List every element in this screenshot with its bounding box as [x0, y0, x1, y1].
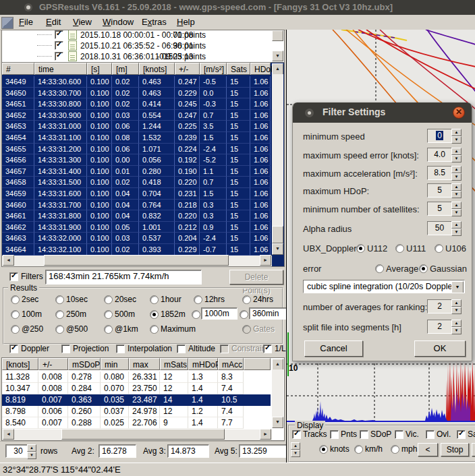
projection-checkbox[interactable]	[61, 345, 70, 353]
table-row[interactable]: 3465714:33:31.4000.1000.010.2800.1901.11…	[2, 166, 271, 177]
radio-u112[interactable]	[356, 244, 365, 253]
table-row[interactable]: 3466414:33:32.1000.1000.020.3930.229-0.7…	[2, 244, 271, 256]
column-header[interactable]: +/-	[38, 358, 68, 370]
radio-gaussian[interactable]	[419, 264, 428, 273]
column-header[interactable]: mSDoP	[68, 358, 101, 370]
table-row[interactable]: 8.7980.0060.2600.03724.978121.27.4	[2, 406, 271, 417]
max-acceleration-spinner[interactable]: ▲▼	[451, 166, 462, 180]
max-hdop-spinner[interactable]: ▲▼	[451, 183, 462, 198]
prev-button[interactable]: <	[418, 443, 438, 456]
column-header[interactable]: mAcc	[218, 358, 244, 370]
integration-dropdown[interactable]: cubic spline integration (10/20s Doppler…	[303, 280, 465, 293]
table-row[interactable]: 3465214:33:30.9000.1000.030.5540.2470.71…	[2, 110, 271, 121]
table-row[interactable]: 3466214:33:31.9000.1000.051.0010.2120.91…	[2, 222, 271, 233]
table-row[interactable]: 3465614:33:31.3000.1000.000.0560.192-5.2…	[2, 154, 271, 166]
menu-help[interactable]: Help	[173, 16, 199, 28]
chevron-down-icon[interactable]: ▼	[451, 281, 464, 293]
table-row[interactable]: 3465014:33:30.7000.1000.020.4630.2290.01…	[2, 88, 271, 99]
radio-at250[interactable]	[11, 325, 20, 334]
speed-chart[interactable]: 10	[287, 359, 475, 423]
column-header[interactable]: [knots]	[2, 358, 38, 370]
minimum-speed-input[interactable]: 0	[427, 129, 452, 143]
scroll-right-button[interactable]: ►	[260, 429, 271, 440]
column-header[interactable]: mSats	[160, 358, 188, 370]
column-header[interactable]: +/-	[175, 63, 200, 75]
scrollbar-thumb[interactable]	[44, 255, 229, 266]
interpolation-checkbox[interactable]	[116, 345, 125, 353]
table-row[interactable]: 3465114:33:30.8000.1000.020.4140.245-0.3…	[2, 98, 271, 110]
radio-12hrs[interactable]	[194, 295, 202, 304]
radio-2sec[interactable]	[11, 295, 20, 304]
table-row[interactable]: 3465814:33:31.5000.1000.020.4180.2200.71…	[2, 177, 271, 188]
radio-u106[interactable]	[435, 244, 443, 253]
column-header[interactable]: #	[2, 63, 34, 75]
table-row[interactable]: 8.8190.0070.3630.03523.487141.410.5	[2, 394, 271, 406]
table-row[interactable]: 3465414:33:31.1000.1000.081.5320.2391.51…	[2, 132, 271, 144]
max-hdop-input[interactable]: 5	[427, 183, 452, 198]
table-row[interactable]: 3466114:33:31.8000.1000.040.8320.2200.31…	[2, 210, 271, 222]
scrollbar-thumb[interactable]	[272, 226, 283, 243]
dialog-title-bar[interactable]: Filter Settings ✕	[293, 102, 472, 123]
cancel-button[interactable]: Cancel	[304, 340, 363, 357]
radio-maximum[interactable]	[150, 325, 159, 334]
radio-24hrs[interactable]	[242, 295, 251, 304]
track-checkbox[interactable]	[55, 52, 63, 61]
sats-checkbox[interactable]	[457, 430, 466, 439]
table-row[interactable]: 10.3470.0080.2840.07023.750121.47.4	[2, 383, 271, 394]
menu-extras[interactable]: Extras	[138, 16, 171, 28]
radio-at1km[interactable]	[104, 325, 113, 334]
rows-count-spinner[interactable]: ▲▼	[27, 444, 36, 459]
min-satellites-input[interactable]: 5	[427, 202, 452, 216]
radio-gates[interactable]	[242, 325, 251, 334]
zoom-spinner[interactable]: ▲▼	[291, 442, 300, 457]
track-checkbox[interactable]	[55, 41, 63, 50]
radio-average[interactable]	[375, 264, 384, 273]
radio-kmh[interactable]	[354, 445, 363, 454]
table-row[interactable]: 3465314:33:31.0000.1000.061.2440.2253.51…	[2, 121, 271, 132]
max-speed-error-spinner[interactable]: ▲▼	[451, 148, 462, 162]
dialog-menu-icon[interactable]	[305, 109, 314, 117]
column-header[interactable]: max	[129, 358, 160, 370]
custom-distance-input[interactable]: 1000m	[201, 307, 238, 320]
menu-edit[interactable]: Edit	[42, 16, 65, 28]
pnts-checkbox[interactable]	[330, 430, 339, 439]
table-row[interactable]: 3465514:33:31.2000.1000.061.0710.224-2.4…	[2, 144, 271, 155]
radio-at500[interactable]	[55, 325, 64, 334]
radio-knots[interactable]	[319, 445, 328, 454]
oneleg-checkbox[interactable]	[263, 345, 272, 353]
scroll-left-button[interactable]: ◄	[3, 255, 14, 266]
menu-view[interactable]: View	[69, 16, 96, 28]
scroll-down-button[interactable]: ▼	[272, 243, 283, 255]
alpha-radius-input[interactable]: 50	[427, 221, 452, 235]
table-row[interactable]: 3466314:33:32.0000.1000.030.5370.204-2.4…	[2, 233, 271, 244]
radio-1852m[interactable]	[150, 310, 159, 319]
min-satellites-spinner[interactable]: ▲▼	[451, 202, 462, 216]
table-row[interactable]: 3466014:33:31.7000.1000.040.7640.2180.31…	[2, 200, 271, 211]
column-header[interactable]: Sats	[227, 63, 250, 75]
split-segments-input[interactable]: 2	[427, 320, 452, 334]
scroll-left-button[interactable]: ◄	[3, 429, 14, 440]
table-row[interactable]: 3465914:33:31.6000.1000.040.7040.2311.51…	[2, 188, 271, 200]
radio-custom-time[interactable]	[240, 310, 248, 319]
scrollbar-thumb[interactable]	[61, 429, 225, 440]
table-row[interactable]: 8.5400.0070.2880.02522.70691.47.7	[2, 417, 271, 429]
radio-250m[interactable]	[55, 310, 64, 319]
max-speed-error-input[interactable]: 4.0	[427, 148, 452, 162]
scroll-right-button[interactable]: ►	[260, 255, 271, 266]
scroll-up-button[interactable]: ▲	[272, 63, 283, 75]
list-item[interactable]: 2018.10.31 06:36:01 - 09:25:13 101503 po…	[2, 51, 269, 61]
ranking-input[interactable]: 2	[427, 299, 452, 314]
column-header[interactable]: [m]	[112, 63, 139, 75]
delete-points-button[interactable]: Delete Point(s)	[229, 270, 283, 285]
radio-500m[interactable]	[104, 310, 113, 319]
menu-window[interactable]: Window	[99, 16, 138, 28]
vic-checkbox[interactable]	[395, 430, 403, 439]
scroll-down-button[interactable]: ▼	[272, 417, 283, 428]
radio-20sec[interactable]	[104, 295, 113, 304]
column-header[interactable]: [m/s²]	[200, 63, 227, 75]
filter-summary-field[interactable]: 168:43min 21.765km 7.74km/h	[45, 270, 202, 285]
minimum-speed-spinner[interactable]: ▲▼	[451, 129, 462, 143]
ranking-spinner[interactable]: ▲▼	[451, 299, 462, 314]
column-header[interactable]: [s]	[87, 63, 112, 75]
column-header[interactable]: HDoP	[250, 63, 271, 75]
